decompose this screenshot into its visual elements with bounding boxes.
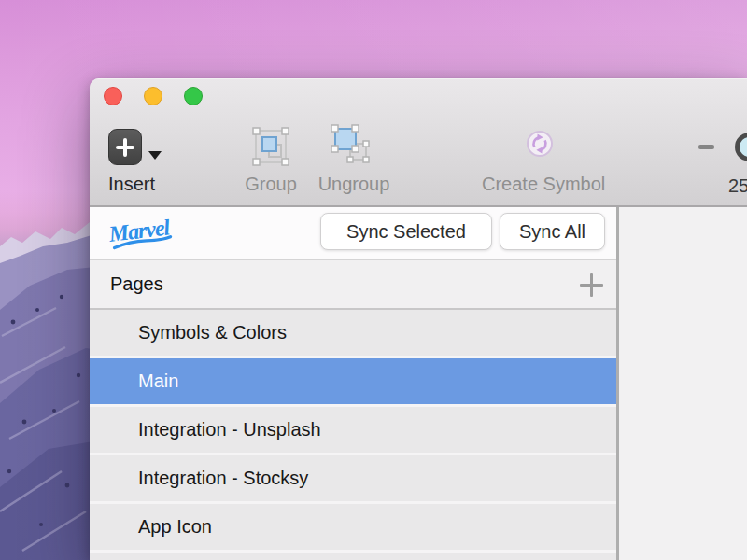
sync-all-button[interactable]: Sync All xyxy=(500,213,605,250)
insert-button-label: Insert xyxy=(108,174,155,195)
page-list-item-label: Integration - Stocksy xyxy=(138,468,308,489)
page-list-item[interactable]: Symbols & Colors xyxy=(90,310,616,358)
page-list-item[interactable]: Main xyxy=(90,358,616,407)
page-list-item-label: Symbols & Colors xyxy=(138,322,287,343)
ungroup-button-label[interactable]: Ungroup xyxy=(315,174,393,195)
page-list-item[interactable]: Integration - Unsplash xyxy=(90,407,616,455)
marvel-plugin-bar: Marvel Sync Selected Sync All xyxy=(90,207,616,260)
app-window: Insert Group Ungroup xyxy=(90,78,747,560)
pages-header: Pages xyxy=(90,260,616,310)
traffic-light-fullscreen-button[interactable] xyxy=(184,87,203,105)
zoom-out-minus-icon[interactable] xyxy=(698,145,714,149)
pages-title: Pages xyxy=(90,273,163,295)
sync-selected-button[interactable]: Sync Selected xyxy=(320,213,492,250)
pages-sidebar: Marvel Sync Selected Sync All Pages xyxy=(90,207,616,560)
page-list-item[interactable]: App Icon xyxy=(90,504,616,553)
create-symbol-icon[interactable] xyxy=(526,130,554,158)
marvel-logo: Marvel xyxy=(106,214,176,255)
plus-icon xyxy=(116,138,134,157)
add-page-plus-icon[interactable] xyxy=(580,273,603,297)
traffic-light-minimize-button[interactable] xyxy=(144,87,162,105)
zoom-slider-thumb[interactable] xyxy=(735,133,747,161)
page-list-item-label: Main xyxy=(138,371,178,392)
page-list-item-label: Integration - Unsplash xyxy=(138,419,321,441)
page-list-item-label: App Icon xyxy=(138,516,212,538)
page-list: Symbols & Colors Main Integration - Unsp… xyxy=(90,310,616,560)
traffic-light-close-button[interactable] xyxy=(104,87,122,105)
group-button-label[interactable]: Group xyxy=(241,174,301,195)
sync-selected-button-label: Sync Selected xyxy=(346,221,466,243)
window-toolbar: Insert Group Ungroup xyxy=(90,78,747,207)
ungroup-icon[interactable] xyxy=(329,123,374,168)
sync-all-button-label: Sync All xyxy=(519,221,585,243)
canvas-area xyxy=(619,207,747,560)
page-list-item[interactable]: Integration - Stocksy xyxy=(90,455,616,504)
create-symbol-button-label[interactable]: Create Symbol xyxy=(482,174,601,195)
chevron-down-icon[interactable] xyxy=(148,151,162,160)
insert-button[interactable] xyxy=(108,129,142,165)
group-icon[interactable] xyxy=(252,126,289,167)
zoom-level-value: 25 xyxy=(728,175,747,197)
window-content: Marvel Sync Selected Sync All Pages xyxy=(90,207,747,560)
